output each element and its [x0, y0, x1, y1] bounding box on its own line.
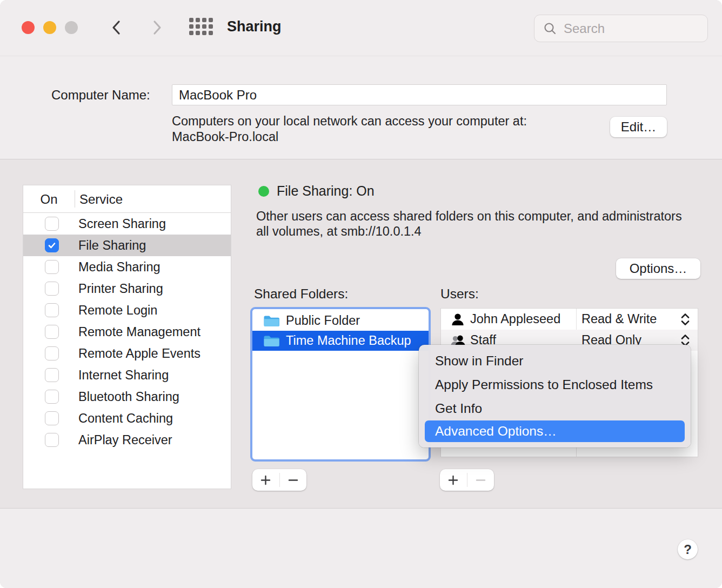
search-field[interactable] [534, 15, 708, 42]
minus-icon [288, 475, 299, 486]
service-label: Remote Apple Events [78, 346, 200, 361]
file-sharing-description: Other users can access shared folders on… [256, 209, 695, 239]
close-window-button[interactable] [22, 21, 35, 34]
search-icon [543, 22, 557, 36]
computer-name-description: Computers on your local network can acce… [172, 113, 527, 144]
plus-icon [447, 475, 459, 486]
service-checkbox[interactable] [45, 325, 59, 339]
add-shared-folder-button[interactable] [252, 469, 279, 491]
service-checkbox[interactable] [45, 411, 59, 425]
users-label: Users: [440, 286, 479, 302]
context-menu: Show in Finder Apply Permissions to Encl… [419, 345, 691, 447]
options-button[interactable]: Options… [616, 258, 700, 279]
folder-icon [263, 335, 279, 348]
folder-icon [263, 315, 279, 328]
column-divider [75, 190, 75, 208]
service-checkbox[interactable] [45, 346, 59, 360]
search-input[interactable] [563, 21, 692, 37]
computer-name-field[interactable] [172, 84, 667, 105]
service-checkbox[interactable] [45, 390, 59, 404]
service-label: Bluetooth Sharing [78, 390, 179, 404]
help-button[interactable]: ? [678, 539, 698, 559]
context-menu-item[interactable]: Advanced Options… [425, 420, 685, 442]
computer-name-description-line2: MacBook-Pro.local [172, 129, 527, 145]
shared-folders-add-remove [252, 469, 306, 491]
service-row[interactable]: AirPlay Receiver [23, 429, 231, 451]
column-header-on: On [23, 192, 75, 207]
menu-item-label: Advanced Options… [435, 424, 557, 439]
sharing-preferences-window: Sharing Computer Name: Computers on your… [0, 0, 722, 588]
service-checkbox[interactable] [45, 282, 59, 296]
service-label: Screen Sharing [78, 217, 166, 231]
menu-item-label: Apply Permissions to Enclosed Items [435, 377, 653, 392]
show-all-grid-icon[interactable] [189, 18, 213, 35]
user-row[interactable]: John Appleseed Read & Write [441, 309, 698, 330]
person-icon [451, 312, 465, 326]
remove-user-button-disabled [467, 469, 494, 491]
service-label: AirPlay Receiver [78, 433, 172, 447]
service-row[interactable]: Content Caching [23, 407, 231, 429]
permission-stepper-icon[interactable] [679, 312, 691, 327]
shared-folders-label: Shared Folders: [254, 286, 348, 302]
plus-icon [260, 475, 271, 486]
window-title: Sharing [227, 18, 282, 35]
service-row[interactable]: Internet Sharing [23, 364, 231, 386]
user-name: John Appleseed [470, 312, 560, 326]
service-checkbox[interactable] [45, 433, 59, 447]
computer-name-description-line1: Computers on your local network can acce… [172, 113, 527, 129]
column-header-service: Service [79, 192, 123, 207]
context-menu-item[interactable]: Show in Finder [419, 349, 691, 373]
context-menu-item[interactable]: Apply Permissions to Enclosed Items [419, 373, 691, 397]
computer-name-label: Computer Name: [51, 88, 150, 103]
service-row[interactable]: Remote Login [23, 299, 231, 321]
service-label: Media Sharing [78, 260, 161, 275]
service-row[interactable]: File Sharing [23, 235, 231, 256]
service-label: Content Caching [78, 411, 173, 426]
add-user-button[interactable] [440, 469, 467, 491]
service-checkbox[interactable] [45, 217, 59, 231]
back-icon[interactable] [107, 18, 126, 37]
service-row[interactable]: Printer Sharing [23, 278, 231, 299]
service-label: Remote Management [78, 325, 200, 339]
services-header: On Service [23, 185, 231, 213]
services-list: On Service Screen Sharing File Sharing M… [23, 185, 231, 489]
zoom-window-button[interactable] [65, 21, 78, 34]
service-row[interactable]: Media Sharing [23, 256, 231, 278]
shared-folders-list: Public Folder Time Machine Backup [250, 307, 431, 462]
service-row[interactable]: Remote Management [23, 321, 231, 343]
menu-item-label: Show in Finder [435, 353, 523, 369]
shared-folder-name: Public Folder [286, 313, 360, 328]
edit-button[interactable]: Edit… [610, 117, 667, 137]
service-label: Printer Sharing [78, 282, 163, 296]
service-checkbox[interactable] [45, 260, 59, 274]
service-label: Remote Login [78, 303, 157, 318]
services-list-body: Screen Sharing File Sharing Media Sharin… [23, 213, 231, 451]
menu-item-label: Get Info [435, 401, 482, 416]
minus-icon [475, 475, 486, 486]
users-add-remove [440, 469, 494, 491]
shared-folder-name: Time Machine Backup [286, 333, 411, 348]
user-permission[interactable]: Read & Write [581, 312, 657, 326]
service-row[interactable]: Bluetooth Sharing [23, 386, 231, 407]
window-top-section: Sharing Computer Name: Computers on your… [0, 0, 722, 159]
service-row[interactable]: Remote Apple Events [23, 343, 231, 364]
service-checkbox[interactable] [45, 303, 59, 317]
context-menu-item[interactable]: Get Info [419, 397, 691, 420]
titlebar-divider [0, 56, 722, 56]
forward-icon[interactable] [147, 18, 166, 37]
service-checkbox[interactable] [45, 238, 59, 252]
service-label: Internet Sharing [78, 368, 169, 383]
service-label: File Sharing [78, 238, 146, 253]
shared-folder-row[interactable]: Time Machine Backup [252, 331, 429, 351]
service-checkbox[interactable] [45, 368, 59, 382]
minimize-window-button[interactable] [43, 21, 56, 34]
status-green-dot-icon [258, 186, 269, 197]
service-row[interactable]: Screen Sharing [23, 213, 231, 235]
checkmark-icon [47, 240, 57, 250]
bottom-strip [0, 508, 722, 588]
shared-folder-row[interactable]: Public Folder [252, 311, 429, 331]
file-sharing-status-title: File Sharing: On [277, 183, 375, 199]
remove-shared-folder-button[interactable] [280, 469, 307, 491]
